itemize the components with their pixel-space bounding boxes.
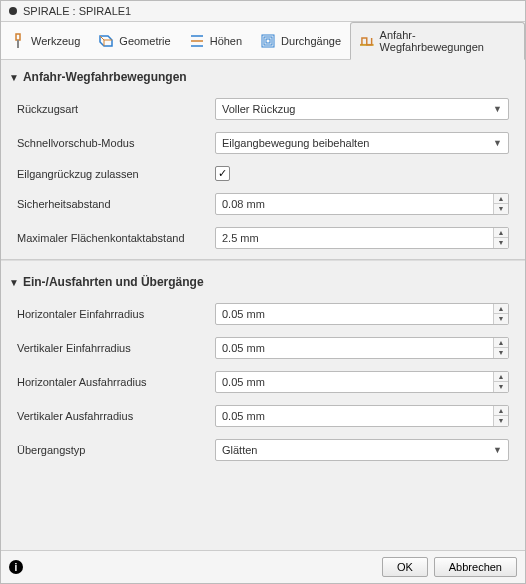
select-value: Glätten: [222, 444, 257, 456]
svg-rect-7: [266, 39, 270, 43]
h-lead-in-label: Horizontaler Einfahrradius: [17, 308, 207, 320]
svg-rect-1: [17, 40, 19, 48]
tab-werkzeug[interactable]: Werkzeug: [1, 22, 89, 59]
v-lead-in-input[interactable]: 0.05 mm▲▼: [215, 337, 509, 359]
h-lead-out-input[interactable]: 0.05 mm▲▼: [215, 371, 509, 393]
tab-anfahr[interactable]: Anfahr-Wegfahrbewegungen: [350, 22, 525, 60]
heights-icon: [189, 33, 205, 49]
spinner-value: 0.08 mm: [222, 198, 265, 210]
tab-label: Geometrie: [119, 35, 170, 47]
v-lead-out-input[interactable]: 0.05 mm▲▼: [215, 405, 509, 427]
section2-title: Ein-/Ausfahrten und Übergänge: [23, 275, 204, 289]
spin-down-icon[interactable]: ▼: [494, 348, 508, 358]
spin-down-icon[interactable]: ▼: [494, 416, 508, 426]
tab-label: Höhen: [210, 35, 242, 47]
section1-title: Anfahr-Wegfahrbewegungen: [23, 70, 187, 84]
spin-down-icon[interactable]: ▼: [494, 382, 508, 392]
h-lead-in-input[interactable]: 0.05 mm▲▼: [215, 303, 509, 325]
passes-icon: [260, 33, 276, 49]
h-lead-out-label: Horizontaler Ausfahrradius: [17, 376, 207, 388]
spinner-value: 0.05 mm: [222, 308, 265, 320]
transition-label: Übergangstyp: [17, 444, 207, 456]
tab-label: Werkzeug: [31, 35, 80, 47]
spin-up-icon[interactable]: ▲: [494, 338, 508, 348]
tab-label: Anfahr-Wegfahrbewegungen: [380, 29, 516, 53]
spin-buttons[interactable]: ▲▼: [493, 228, 508, 248]
rapid-mode-select[interactable]: Eilgangbewegung beibehalten▼: [215, 132, 509, 154]
safety-dist-label: Sicherheitsabstand: [17, 198, 207, 210]
spin-up-icon[interactable]: ▲: [494, 372, 508, 382]
tab-label: Durchgänge: [281, 35, 341, 47]
section2-header[interactable]: ▼ Ein-/Ausfahrten und Übergänge: [1, 265, 525, 297]
collapse-arrow-icon: ▼: [9, 277, 19, 288]
spin-buttons[interactable]: ▲▼: [493, 194, 508, 214]
section1-header[interactable]: ▼ Anfahr-Wegfahrbewegungen: [1, 60, 525, 92]
titlebar-icon: [9, 7, 17, 15]
collapse-arrow-icon: ▼: [9, 72, 19, 83]
dialog-window: SPIRALE : SPIRALE1 Werkzeug Geometrie Hö…: [0, 0, 526, 584]
cancel-button[interactable]: Abbrechen: [434, 557, 517, 577]
retract-type-select[interactable]: Voller Rückzug▼: [215, 98, 509, 120]
svg-rect-6: [264, 37, 272, 45]
max-contact-label: Maximaler Flächenkontaktabstand: [17, 232, 207, 244]
tab-hoehen[interactable]: Höhen: [180, 22, 251, 59]
v-lead-out-label: Vertikaler Ausfahrradius: [17, 410, 207, 422]
rapid-mode-label: Schnellvorschub-Modus: [17, 137, 207, 149]
ok-button[interactable]: OK: [382, 557, 428, 577]
select-value: Eilgangbewegung beibehalten: [222, 137, 369, 149]
select-value: Voller Rückzug: [222, 103, 295, 115]
title-text: SPIRALE : SPIRALE1: [23, 5, 131, 17]
caret-down-icon: ▼: [493, 138, 502, 148]
v-lead-in-label: Vertikaler Einfahrradius: [17, 342, 207, 354]
allow-rapid-checkbox[interactable]: ✓: [215, 166, 230, 181]
spin-down-icon[interactable]: ▼: [494, 314, 508, 324]
retract-type-label: Rückzugsart: [17, 103, 207, 115]
spinner-value: 0.05 mm: [222, 342, 265, 354]
content-area: ▼ Anfahr-Wegfahrbewegungen Rückzugsart V…: [1, 60, 525, 550]
spin-buttons[interactable]: ▲▼: [493, 406, 508, 426]
spin-buttons[interactable]: ▲▼: [493, 372, 508, 392]
tab-durchgaenge[interactable]: Durchgänge: [251, 22, 350, 59]
geometry-icon: [98, 33, 114, 49]
footer: i OK Abbrechen: [1, 550, 525, 583]
titlebar: SPIRALE : SPIRALE1: [1, 1, 525, 21]
linking-icon: [359, 33, 375, 49]
max-contact-input[interactable]: 2.5 mm▲▼: [215, 227, 509, 249]
section-divider: [1, 259, 525, 261]
spin-buttons[interactable]: ▲▼: [493, 304, 508, 324]
info-icon[interactable]: i: [9, 560, 23, 574]
tabs-bar: Werkzeug Geometrie Höhen Durchgänge Anfa…: [1, 21, 525, 60]
spin-up-icon[interactable]: ▲: [494, 194, 508, 204]
spin-down-icon[interactable]: ▼: [494, 204, 508, 214]
spin-buttons[interactable]: ▲▼: [493, 338, 508, 358]
transition-select[interactable]: Glätten▼: [215, 439, 509, 461]
spin-up-icon[interactable]: ▲: [494, 406, 508, 416]
spin-down-icon[interactable]: ▼: [494, 238, 508, 248]
tool-icon: [10, 33, 26, 49]
caret-down-icon: ▼: [493, 104, 502, 114]
spinner-value: 0.05 mm: [222, 410, 265, 422]
spin-up-icon[interactable]: ▲: [494, 228, 508, 238]
spinner-value: 0.05 mm: [222, 376, 265, 388]
tab-geometrie[interactable]: Geometrie: [89, 22, 179, 59]
caret-down-icon: ▼: [493, 445, 502, 455]
svg-rect-0: [16, 34, 20, 40]
spinner-value: 2.5 mm: [222, 232, 259, 244]
safety-dist-input[interactable]: 0.08 mm▲▼: [215, 193, 509, 215]
spin-up-icon[interactable]: ▲: [494, 304, 508, 314]
allow-rapid-label: Eilgangrückzug zulassen: [17, 168, 207, 180]
